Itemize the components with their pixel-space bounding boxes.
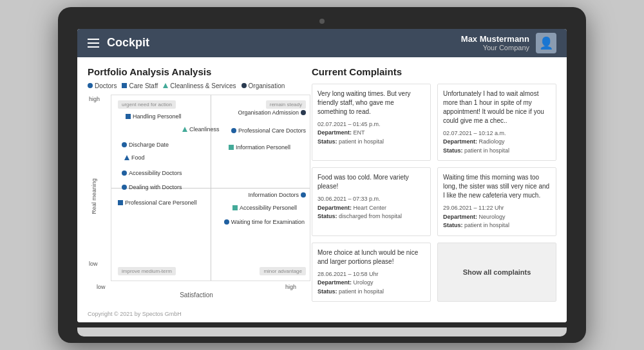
item-pro-care-personell: Professional Care Personell xyxy=(118,199,197,206)
complaint-card-3: Food was too cold. More variety please! … xyxy=(312,167,431,236)
complaints-grid: Very long waiting times. But very friend… xyxy=(312,84,556,302)
chart-area: urgent need for action remain steady imp… xyxy=(111,95,310,281)
legend-sq-care xyxy=(122,83,127,88)
complaint-text-4: Waiting time this morning was too long, … xyxy=(443,173,551,200)
portfolio-section: Portfolio Analysis Analysis Doctors Care… xyxy=(88,66,301,302)
icon-pro-care xyxy=(118,200,123,205)
main-content: Portfolio Analysis Analysis Doctors Care… xyxy=(77,57,567,309)
icon-info-doctors xyxy=(301,192,306,198)
avatar: 👤 xyxy=(536,33,556,53)
hamburger-menu[interactable] xyxy=(88,39,99,48)
legend-doctors: Doctors xyxy=(88,82,117,89)
complaint-card-5: More choice at lunch would be nice and l… xyxy=(312,243,431,302)
complaints-title: Current Complaints xyxy=(312,66,556,77)
icon-food xyxy=(124,155,129,160)
quadrant-minor: minor advantage xyxy=(260,267,306,275)
icon-org-admission xyxy=(301,110,306,115)
chart-legend: Doctors Care Staff Cleanliness & Service… xyxy=(88,82,301,89)
chart-divider-v xyxy=(211,95,211,281)
item-pro-care-doctors: Professional Care Doctors xyxy=(231,127,306,134)
icon-waiting xyxy=(224,219,229,225)
legend-care-staff: Care Staff xyxy=(122,82,158,89)
complaint-meta-1: 02.07.2021 – 01:45 p.m. Department: ENT … xyxy=(317,120,425,147)
complaint-card-2: Unfortunately I had to wait almost more … xyxy=(437,84,556,161)
app-header: Cockpit Max Mustermann Your Company 👤 xyxy=(77,29,567,57)
legend-label-doctors: Doctors xyxy=(95,82,117,89)
item-dealing: Dealing with Doctors xyxy=(122,184,182,190)
header-left: Cockpit xyxy=(88,36,149,50)
header-right: Max Mustermann Your Company 👤 xyxy=(461,33,556,53)
legend-label-org: Organisation xyxy=(249,82,285,89)
complaint-text-5: More choice at lunch would be nice and l… xyxy=(317,248,425,266)
icon-handling xyxy=(126,114,131,119)
icon-access-personell xyxy=(232,205,238,210)
complaint-meta-4: 29.06.2021 – 11:22 Uhr Department: Neuro… xyxy=(443,204,551,230)
quadrant-improve: improve medium-term xyxy=(118,267,176,275)
user-info: Max Mustermann Your Company xyxy=(461,34,529,51)
y-high-label: high xyxy=(89,96,100,102)
app-title: Cockpit xyxy=(107,36,149,50)
complaint-meta-2: 02.07.2021 – 10:12 a.m. Department: Radi… xyxy=(443,129,551,156)
laptop-screen: Cockpit Max Mustermann Your Company 👤 Po… xyxy=(77,29,567,323)
copyright: Copyright © 2021 by Spectos GmbH xyxy=(88,311,182,317)
icon-cleanliness xyxy=(182,127,187,132)
y-axis-label: Real meaning xyxy=(91,178,97,214)
complaint-meta-3: 30.06.2021 – 07:33 p.m. Department: Hear… xyxy=(317,195,425,221)
complaints-section: Current Complaints Very long waiting tim… xyxy=(312,66,556,302)
x-axis-title: Satisfaction xyxy=(97,291,296,299)
item-waiting: Waiting time for Examination xyxy=(224,219,305,225)
complaint-text-3: Food was too cold. More variety please! xyxy=(317,173,425,191)
item-cleanliness: Cleanliness xyxy=(182,126,220,133)
item-info-personell: Information Personell xyxy=(229,144,290,151)
item-access-doctors: Accessibility Doctors xyxy=(122,170,182,176)
item-info-doctors: Information Doctors xyxy=(248,192,306,198)
avatar-icon: 👤 xyxy=(539,36,553,50)
icon-discharge xyxy=(122,142,127,147)
quadrant-urgent: urgent need for action xyxy=(118,100,176,109)
legend-cleanliness: Cleanliness & Services xyxy=(163,82,236,89)
chart-container: Real meaning high urgent need for action… xyxy=(88,95,301,299)
icon-pro-doctors xyxy=(231,128,236,133)
complaint-text-2: Unfortunately I had to wait almost more … xyxy=(443,89,551,125)
complaint-meta-5: 28.06.2021 – 10:58 Uhr Department: Urolo… xyxy=(317,270,425,297)
item-food: Food xyxy=(124,154,145,161)
laptop-base xyxy=(77,327,567,336)
show-all-complaints-card[interactable]: Show all complaints xyxy=(437,243,556,302)
icon-access-doctors xyxy=(122,170,127,176)
x-high-label: high xyxy=(285,284,296,290)
show-all-label: Show all complaints xyxy=(463,268,531,276)
legend-tri-clean xyxy=(163,83,168,88)
legend-dot-doctors xyxy=(88,83,93,88)
complaint-card-1: Very long waiting times. But very friend… xyxy=(312,84,431,161)
complaint-text-1: Very long waiting times. But very friend… xyxy=(317,89,425,116)
item-handling: Handling Personell xyxy=(126,113,182,120)
legend-org: Organisation xyxy=(242,82,285,89)
y-low-label: low xyxy=(89,261,98,267)
x-axis-labels: low high xyxy=(97,284,296,290)
user-name: Max Mustermann xyxy=(461,34,529,44)
portfolio-title: Portfolio Analysis Analysis xyxy=(88,66,301,77)
legend-label-care: Care Staff xyxy=(129,82,158,89)
x-low-label: low xyxy=(97,284,106,290)
legend-dot-org xyxy=(242,83,247,88)
icon-dealing xyxy=(122,185,127,190)
item-org-admission: Organisation Admission xyxy=(238,109,306,116)
icon-info-personell xyxy=(229,145,234,150)
quadrant-steady: remain steady xyxy=(266,100,306,109)
laptop-camera xyxy=(319,19,325,24)
item-access-personell: Accessibility Personell xyxy=(232,205,297,211)
legend-label-clean: Cleanliness & Services xyxy=(170,82,236,89)
user-company: Your Company xyxy=(461,44,529,51)
app-footer: Copyright © 2021 by Spectos GmbH xyxy=(77,308,567,322)
complaint-card-4: Waiting time this morning was too long, … xyxy=(437,167,556,236)
item-discharge: Discharge Date xyxy=(122,142,169,148)
laptop-frame: Cockpit Max Mustermann Your Company 👤 Po… xyxy=(58,7,586,344)
